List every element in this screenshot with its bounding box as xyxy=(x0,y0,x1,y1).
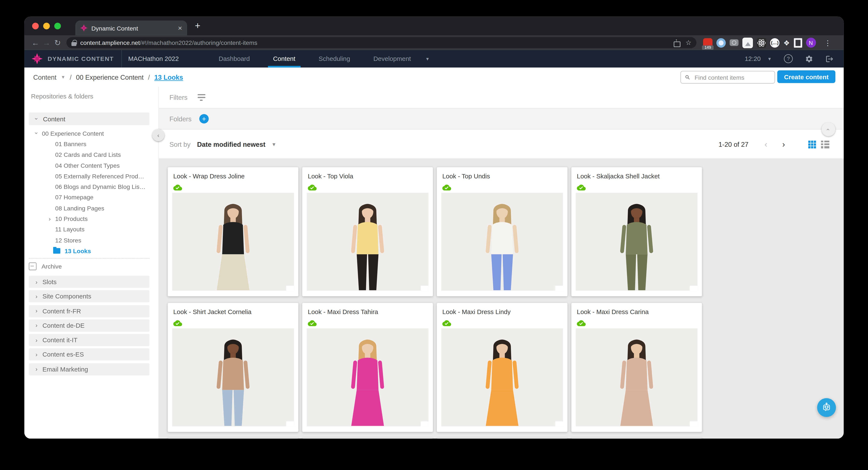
content-card[interactable]: Look - Long Shirt xAda xyxy=(302,438,433,439)
content-card-title: Look - Maxi Dress Lindy xyxy=(442,308,562,315)
sidebar-tree-item[interactable]: › 10 Products xyxy=(24,213,158,224)
breadcrumb-current[interactable]: 13 Looks xyxy=(154,73,183,81)
workspace-name[interactable]: MACHathon 2022 xyxy=(128,55,179,62)
lock-icon xyxy=(71,39,76,46)
content-card[interactable]: Look - Maxi Dress Tahira xyxy=(302,303,433,432)
content-card[interactable]: Look - Shirt Jacket Cornelia xyxy=(168,303,299,432)
puzzle-extensions-icon[interactable]: ❖ xyxy=(783,38,790,47)
sidebar-repository-item[interactable]: › Email Marketing xyxy=(29,363,150,375)
sidebar-tree-item[interactable]: › 07 Homepage xyxy=(24,192,158,203)
breadcrumb-row: Content ▼ / 00 Experience Content / 13 L… xyxy=(24,67,844,87)
browser-toolbar: ← → ↻ content.amplience.net/#!/machathon… xyxy=(24,35,844,50)
sidebar-item-archive[interactable]: Archive xyxy=(29,261,62,272)
sidebar-repo-content[interactable]: › Content xyxy=(29,112,150,125)
nav-item-dashboard[interactable]: Dashboard xyxy=(219,50,250,67)
model-figure xyxy=(604,196,670,291)
json-extension-icon[interactable]: {…} xyxy=(770,38,779,48)
sidebar-repository-item[interactable]: › Content es-ES xyxy=(29,349,150,361)
window-controls[interactable] xyxy=(32,23,61,29)
extension-red-icon[interactable]: 149 xyxy=(703,38,713,48)
image-extension-icon[interactable] xyxy=(742,37,753,48)
close-tab-icon[interactable]: × xyxy=(178,24,182,32)
image-corner-notch xyxy=(555,286,563,291)
add-folder-button[interactable]: + xyxy=(199,114,209,123)
extensions-bar: 149 {…} ❖ N ⋮ xyxy=(703,37,831,48)
filter-icon[interactable] xyxy=(197,94,205,101)
content-card[interactable]: Look - Top Viola xyxy=(302,167,433,296)
previous-page-icon[interactable]: ‹ xyxy=(765,140,767,149)
sidebar-tree-item[interactable]: › 00 Experience Content xyxy=(24,128,158,139)
scroll-top-button[interactable]: ‹ xyxy=(822,122,836,136)
content-card[interactable]: Look - Maxi Dress Carina xyxy=(571,303,702,432)
chevron-down-icon: › xyxy=(33,118,39,120)
content-card-partial[interactable] xyxy=(437,438,567,439)
sidebar-tree-item[interactable]: › 05 Externally Referenced Prod… xyxy=(24,171,158,181)
browser-tab[interactable]: Dynamic Content × xyxy=(75,21,187,35)
nav-item-content[interactable]: Content xyxy=(273,50,296,67)
sidebar-repository-item[interactable]: › Content de-DE xyxy=(29,319,150,331)
content-card[interactable]: Look - Top Undis xyxy=(437,167,567,296)
gear-icon[interactable] xyxy=(805,55,813,63)
chevron-down-icon[interactable]: ▼ xyxy=(272,141,276,147)
collapse-sidebar-button[interactable]: ‹ xyxy=(152,129,164,141)
search-box[interactable] xyxy=(680,71,775,84)
profile-avatar[interactable]: N xyxy=(806,38,816,48)
sidebar-repository-item[interactable]: › Content it-IT xyxy=(29,334,150,346)
sidebar-tree-item[interactable]: › 12 Stores xyxy=(24,235,158,245)
image-corner-notch xyxy=(286,286,294,291)
new-tab-button[interactable]: + xyxy=(195,21,200,32)
time-chevron-icon[interactable]: ▼ xyxy=(767,56,772,61)
minimize-window-button[interactable] xyxy=(43,23,50,29)
nav-item-scheduling[interactable]: Scheduling xyxy=(319,50,350,67)
content-card[interactable]: Look - Maxi Dress Lindy xyxy=(437,303,567,432)
back-icon[interactable]: ← xyxy=(30,38,41,47)
sidebar-tree-item[interactable]: › 04 Other Content Types xyxy=(24,160,158,171)
time-display: 12:20 xyxy=(745,55,761,62)
forward-icon[interactable]: → xyxy=(41,38,52,47)
camera-extension-icon[interactable] xyxy=(730,39,738,46)
create-content-button[interactable]: Create content xyxy=(777,70,835,83)
search-input[interactable] xyxy=(693,73,771,81)
divider xyxy=(121,50,122,67)
share-icon[interactable] xyxy=(674,39,680,46)
chevron-right-icon: › xyxy=(35,337,38,343)
extension-ring-icon[interactable] xyxy=(716,38,726,48)
sort-value-dropdown[interactable]: Date modified newest xyxy=(197,140,266,148)
window-extension-icon[interactable] xyxy=(794,38,802,48)
zoom-window-button[interactable] xyxy=(54,23,61,29)
sidebar-tree-item[interactable]: › 06 Blogs and Dynamic Blog Lis… xyxy=(24,181,158,192)
content-card[interactable]: Look - Maxi Dress Anna xyxy=(168,438,299,439)
sidebar-repository-item[interactable]: › Slots xyxy=(29,276,150,288)
bookmark-star-icon[interactable]: ☆ xyxy=(686,39,691,46)
breadcrumb-parent[interactable]: 00 Experience Content xyxy=(76,73,144,81)
chevron-down-icon[interactable]: ▼ xyxy=(61,75,65,80)
content-card-image xyxy=(441,328,563,426)
sidebar-tree-item[interactable]: › 08 Landing Pages xyxy=(24,203,158,213)
close-window-button[interactable] xyxy=(32,23,39,29)
list-view-icon[interactable] xyxy=(821,140,829,148)
chat-bot-button[interactable] xyxy=(817,398,836,417)
sidebar-tree-item[interactable]: › 13 Looks xyxy=(24,245,158,256)
breadcrumb-root[interactable]: Content xyxy=(33,73,57,81)
content-card-partial[interactable] xyxy=(571,438,702,439)
logout-icon[interactable] xyxy=(826,55,834,63)
nav-right: 12:20 ▼ ? xyxy=(745,54,834,63)
content-card-title: Look - Maxi Dress Carina xyxy=(577,308,696,315)
nav-item-development[interactable]: Development▼ xyxy=(373,50,430,67)
reload-icon[interactable]: ↻ xyxy=(52,38,63,47)
browser-menu-icon[interactable]: ⋮ xyxy=(824,38,832,47)
content-card[interactable]: Look - Skaljacka Shell Jacket xyxy=(571,167,702,296)
sidebar-tree-item[interactable]: › 02 Cards and Card Lists xyxy=(24,149,158,160)
sidebar-tree-item[interactable]: › 01 Banners xyxy=(24,139,158,149)
address-bar[interactable]: content.amplience.net/#!/machathon2022/a… xyxy=(66,37,696,48)
sidebar-repository-item[interactable]: › Site Components xyxy=(29,290,150,302)
help-icon[interactable]: ? xyxy=(784,54,793,63)
sidebar-repository-item[interactable]: › Content fr-FR xyxy=(29,305,150,317)
next-page-icon[interactable]: › xyxy=(782,140,785,149)
folder-tree: › 00 Experience Content › 01 Banners › 0… xyxy=(24,128,158,256)
sidebar-tree-item[interactable]: › 11 Layouts xyxy=(24,224,158,235)
react-devtools-icon[interactable] xyxy=(757,38,766,48)
content-card[interactable]: Look - Wrap Dress Joline xyxy=(168,167,299,296)
grid-view-icon[interactable] xyxy=(808,140,816,148)
sidebar: Repositories & folders › Content › 00 Ex… xyxy=(24,87,158,439)
